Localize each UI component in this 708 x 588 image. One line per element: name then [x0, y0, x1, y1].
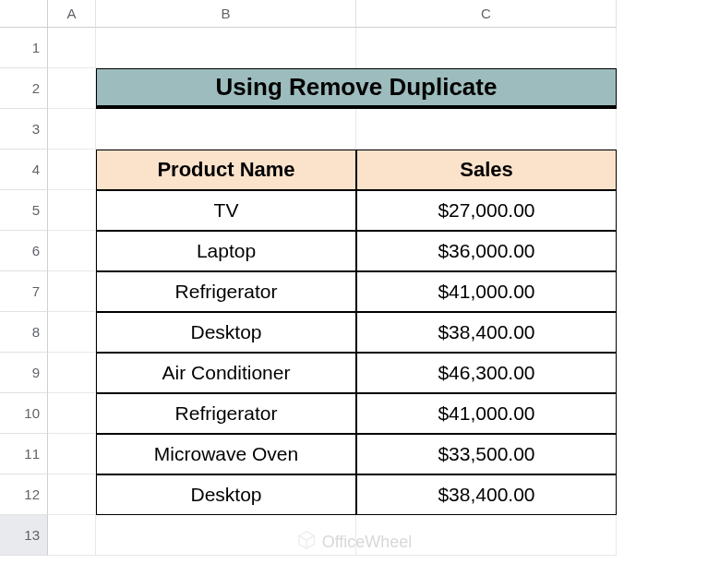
table-row[interactable]: $36,000.00: [356, 231, 617, 271]
table-row[interactable]: $33,500.00: [356, 434, 617, 474]
cell-a12[interactable]: [48, 474, 96, 515]
cell-c13[interactable]: [356, 515, 617, 556]
col-header-c[interactable]: C: [356, 0, 617, 28]
row-header-5[interactable]: 5: [0, 190, 48, 231]
table-row[interactable]: $38,400.00: [356, 474, 617, 515]
cell-a9[interactable]: [48, 353, 96, 393]
table-row[interactable]: $41,000.00: [356, 393, 617, 434]
cell-a11[interactable]: [48, 434, 96, 474]
cell-a13[interactable]: [48, 515, 96, 556]
table-row[interactable]: Laptop: [96, 231, 356, 271]
row-header-11[interactable]: 11: [0, 434, 48, 474]
cell-b13[interactable]: [96, 515, 356, 556]
table-row[interactable]: Air Conditioner: [96, 353, 356, 393]
cell-c1[interactable]: [356, 28, 617, 68]
cell-a5[interactable]: [48, 190, 96, 231]
cell-b3[interactable]: [96, 109, 356, 150]
row-header-1[interactable]: 1: [0, 28, 48, 68]
row-header-6[interactable]: 6: [0, 231, 48, 271]
row-header-3[interactable]: 3: [0, 109, 48, 150]
table-row[interactable]: $27,000.00: [356, 190, 617, 231]
table-row[interactable]: Microwave Oven: [96, 434, 356, 474]
row-header-12[interactable]: 12: [0, 474, 48, 515]
col-header-a[interactable]: A: [48, 0, 96, 28]
row-header-8[interactable]: 8: [0, 312, 48, 353]
cell-a8[interactable]: [48, 312, 96, 353]
cell-a1[interactable]: [48, 28, 96, 68]
col-header-b[interactable]: B: [96, 0, 356, 28]
row-header-4[interactable]: 4: [0, 150, 48, 190]
row-header-7[interactable]: 7: [0, 271, 48, 312]
table-row[interactable]: Refrigerator: [96, 393, 356, 434]
cell-a4[interactable]: [48, 150, 96, 190]
cell-a6[interactable]: [48, 231, 96, 271]
table-row[interactable]: Desktop: [96, 312, 356, 353]
corner-cell[interactable]: [0, 0, 48, 28]
row-header-10[interactable]: 10: [0, 393, 48, 434]
table-row[interactable]: $38,400.00: [356, 312, 617, 353]
row-header-9[interactable]: 9: [0, 353, 48, 393]
table-row[interactable]: Desktop: [96, 474, 356, 515]
table-row[interactable]: $46,300.00: [356, 353, 617, 393]
table-header-sales[interactable]: Sales: [356, 150, 617, 190]
cell-c3[interactable]: [356, 109, 617, 150]
cell-a10[interactable]: [48, 393, 96, 434]
spreadsheet-grid: A B C 1 2 Using Remove Duplicate 3 4 Pro…: [0, 0, 708, 556]
cell-a7[interactable]: [48, 271, 96, 312]
table-row[interactable]: $41,000.00: [356, 271, 617, 312]
table-header-product[interactable]: Product Name: [96, 150, 356, 190]
cell-a3[interactable]: [48, 109, 96, 150]
title-cell[interactable]: Using Remove Duplicate: [96, 68, 617, 109]
table-row[interactable]: TV: [96, 190, 356, 231]
table-row[interactable]: Refrigerator: [96, 271, 356, 312]
row-header-13[interactable]: 13: [0, 515, 48, 556]
row-header-2[interactable]: 2: [0, 68, 48, 109]
cell-a2[interactable]: [48, 68, 96, 109]
cell-b1[interactable]: [96, 28, 356, 68]
